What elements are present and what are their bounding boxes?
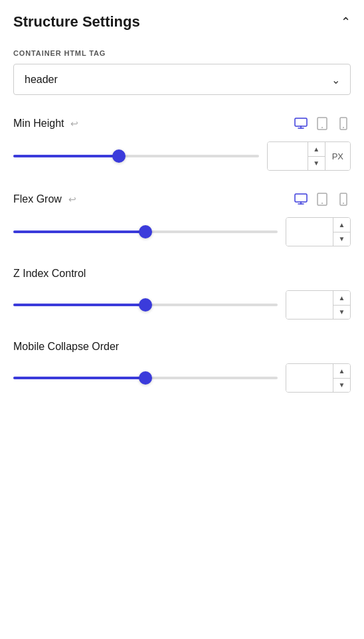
min-height-fill: [13, 155, 119, 157]
flex-grow-label: Flex Grow: [13, 193, 62, 205]
html-tag-select-wrapper: header div section article main footer n…: [13, 64, 351, 95]
z-index-label-group: Z Index Control: [13, 268, 86, 280]
mobile-collapse-order-input-group: ▲ ▼: [286, 363, 351, 393]
flex-grow-spin-down[interactable]: ▼: [333, 232, 350, 246]
min-height-input[interactable]: [268, 142, 308, 170]
mobile-collapse-order-slider[interactable]: [13, 371, 278, 385]
flex-grow-mobile-icon[interactable]: [336, 192, 351, 207]
flex-grow-slider[interactable]: [13, 225, 278, 238]
z-index-thumb[interactable]: [139, 298, 152, 312]
flex-grow-track: [13, 230, 278, 233]
min-height-slider[interactable]: [13, 149, 259, 163]
flex-grow-input-group: ▲ ▼: [286, 217, 351, 246]
desktop-icon[interactable]: [294, 116, 308, 131]
mobile-collapse-order-track: [13, 377, 278, 379]
z-index-input-group: ▲ ▼: [286, 290, 351, 320]
mobile-icon[interactable]: [336, 116, 351, 131]
min-height-device-icons: [294, 116, 351, 131]
min-height-spin-up[interactable]: ▲: [308, 142, 325, 157]
mobile-collapse-order-thumb[interactable]: [139, 371, 152, 385]
min-height-label-group: Min Height ↩: [13, 118, 78, 130]
flex-grow-tablet-icon[interactable]: [315, 192, 329, 207]
mobile-collapse-order-control-row: ▲ ▼: [13, 363, 351, 393]
mobile-collapse-order-input[interactable]: [286, 364, 333, 392]
tablet-icon[interactable]: [315, 116, 329, 131]
flex-grow-reset-icon[interactable]: ↩: [68, 194, 76, 205]
flex-grow-header: Flex Grow ↩: [13, 192, 351, 207]
z-index-spinners: ▲ ▼: [333, 291, 350, 319]
mobile-collapse-order-label: Mobile Collapse Order: [13, 341, 119, 353]
min-height-track: [13, 155, 259, 157]
min-height-header: Min Height ↩: [13, 116, 351, 131]
svg-point-13: [343, 203, 344, 204]
min-height-control-row: ▲ ▼ PX: [13, 141, 351, 171]
z-index-label: Z Index Control: [13, 268, 86, 280]
container-html-tag-label: CONTAINER HTML TAG: [13, 49, 351, 57]
flex-grow-thumb[interactable]: [139, 225, 152, 238]
flex-grow-section: Flex Grow ↩: [13, 192, 351, 246]
z-index-section: Z Index Control ▲ ▼: [13, 268, 351, 320]
flex-grow-label-group: Flex Grow ↩: [13, 193, 76, 205]
svg-point-11: [321, 203, 323, 204]
mobile-collapse-order-header: Mobile Collapse Order: [13, 341, 351, 353]
mobile-collapse-order-spin-up[interactable]: ▲: [333, 364, 350, 379]
z-index-track: [13, 304, 278, 306]
flex-grow-desktop-icon[interactable]: [294, 192, 308, 207]
min-height-unit: PX: [325, 142, 350, 170]
z-index-control-row: ▲ ▼: [13, 290, 351, 320]
svg-point-4: [321, 127, 323, 128]
flex-grow-spinners: ▲ ▼: [333, 218, 350, 246]
min-height-label: Min Height: [13, 118, 64, 130]
min-height-spin-down[interactable]: ▼: [308, 157, 325, 171]
mobile-collapse-order-section: Mobile Collapse Order ▲ ▼: [13, 341, 351, 393]
mobile-collapse-order-label-group: Mobile Collapse Order: [13, 341, 119, 353]
z-index-slider[interactable]: [13, 298, 278, 312]
min-height-input-group: ▲ ▼ PX: [267, 141, 351, 171]
flex-grow-fill: [13, 230, 145, 233]
min-height-spinners: ▲ ▼: [308, 142, 325, 170]
mobile-collapse-order-spinners: ▲ ▼: [333, 364, 350, 392]
min-height-reset-icon[interactable]: ↩: [70, 118, 78, 129]
section-title: Structure Settings: [13, 13, 140, 31]
flex-grow-spin-up[interactable]: ▲: [333, 218, 350, 232]
flex-grow-device-icons: [294, 192, 351, 207]
z-index-header: Z Index Control: [13, 268, 351, 280]
svg-rect-0: [295, 118, 307, 126]
flex-grow-input[interactable]: [286, 218, 333, 246]
svg-rect-7: [295, 194, 307, 202]
z-index-spin-down[interactable]: ▼: [333, 306, 350, 320]
z-index-fill: [13, 304, 145, 306]
min-height-thumb[interactable]: [112, 149, 126, 163]
container-html-tag-section: CONTAINER HTML TAG header div section ar…: [13, 49, 351, 95]
flex-grow-control-row: ▲ ▼: [13, 217, 351, 246]
section-header: Structure Settings ⌃: [13, 13, 351, 31]
mobile-collapse-order-spin-down[interactable]: ▼: [333, 379, 350, 393]
z-index-spin-up[interactable]: ▲: [333, 291, 350, 306]
z-index-input[interactable]: [286, 291, 333, 319]
svg-point-6: [343, 127, 344, 128]
min-height-section: Min Height ↩: [13, 116, 351, 171]
html-tag-select[interactable]: header div section article main footer n…: [13, 64, 351, 95]
collapse-icon[interactable]: ⌃: [341, 15, 351, 29]
mobile-collapse-order-fill: [13, 377, 145, 379]
